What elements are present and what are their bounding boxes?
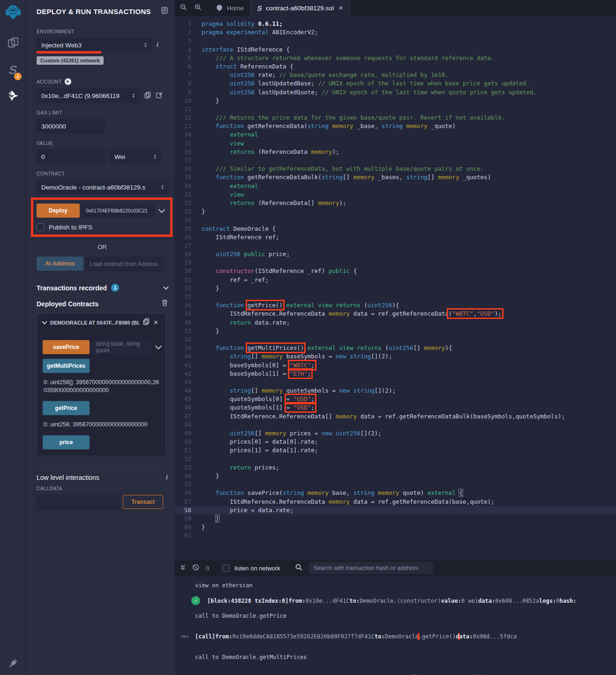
code-line: 35 IStdReference.ReferenceData memory da… <box>174 310 616 318</box>
code-line: 40 string[] memory baseSymbols = new str… <box>174 352 616 361</box>
publish-ipfs-checkbox[interactable] <box>37 223 44 231</box>
edit-account-icon[interactable] <box>156 91 163 100</box>
saveprice-args-input[interactable]: string base, string quote <box>91 340 152 354</box>
code-text: uint256 rate; // base/quote exchange rat… <box>202 71 616 79</box>
chevron-down-icon[interactable] <box>155 343 162 349</box>
transactions-recorded-row[interactable]: Transactions recorded 1 <box>37 284 168 292</box>
line-number: 21 <box>174 190 202 199</box>
code-text: IStdReference.ReferenceData memory data … <box>202 498 616 506</box>
or-divider: OR <box>37 243 168 250</box>
saveprice-button[interactable]: savePrice <box>43 340 90 354</box>
line-number: 47 <box>174 412 202 421</box>
unit-select[interactable]: Wei ▲▼ <box>110 149 161 164</box>
contract-section: CONTRACT DemoOracle - contract-a60bf3812… <box>37 171 168 195</box>
account-select[interactable]: 0x10e...dF41C (9.96066119 ▲▼ <box>37 88 140 103</box>
code-line: 16 returns (ReferenceData memory); <box>174 148 616 156</box>
plugin-manager-icon[interactable] <box>0 658 26 668</box>
deploy-button[interactable]: Deploy <box>37 204 80 218</box>
code-text: external <box>202 182 616 190</box>
expand-terminal-icon[interactable] <box>180 564 186 572</box>
chevron-down-icon[interactable] <box>163 284 168 289</box>
close-tab-icon[interactable]: ✕ <box>338 5 343 11</box>
value-input[interactable]: 0 <box>37 149 105 164</box>
line-number: 8 <box>174 79 202 88</box>
deploy-run-icon[interactable] <box>7 90 19 104</box>
calldata-input[interactable] <box>37 495 120 510</box>
code-line: 11 <box>174 105 616 114</box>
code-line: 43 <box>174 378 616 387</box>
line-number: 28 <box>174 250 202 258</box>
low-level-info-icon[interactable]: i <box>166 474 168 481</box>
zoom-in-icon[interactable] <box>195 4 202 13</box>
code-line: 58 price = data.rate; <box>174 506 616 515</box>
code-line: 61 <box>174 531 616 540</box>
line-number: 36 <box>174 319 202 327</box>
red-box-annotation: getPrice() <box>422 633 456 640</box>
code-text: function getReferenceData(string memory … <box>202 122 616 130</box>
unit-value: Wei <box>114 153 125 160</box>
line-number: 25 <box>174 225 202 233</box>
line-number: 48 <box>174 421 202 429</box>
code-text: quoteSymbols[1] = "USD"; <box>202 403 616 412</box>
chevron-down-icon[interactable] <box>158 206 165 213</box>
trash-icon[interactable] <box>162 299 168 308</box>
tab-home[interactable]: Home <box>209 0 250 16</box>
getmultiprices-button[interactable]: getMultiPrices <box>43 359 90 373</box>
code-text: function getReferenceDataBulk(string[] m… <box>202 173 616 182</box>
clear-terminal-icon[interactable] <box>192 564 199 573</box>
terminal-search-input[interactable] <box>309 562 434 574</box>
code-text: } <box>202 472 616 480</box>
add-account-icon[interactable]: + <box>65 78 71 85</box>
deploy-address-input[interactable]: 0x61704EFB8b8120c03C21 <box>81 204 155 218</box>
line-number: 7 <box>174 71 202 79</box>
price-button[interactable]: price <box>43 435 90 449</box>
code-text: struct ReferenceData { <box>202 62 616 71</box>
chevron-down-icon[interactable] <box>42 319 47 324</box>
code-line: 29 <box>174 258 616 267</box>
contract-select[interactable]: DemoOracle - contract-a60bf38129.s ▲▼ <box>37 180 169 195</box>
call-badge: CALL <box>181 635 195 638</box>
at-address-placeholder: Load contract from Address <box>90 261 158 267</box>
getprice-button[interactable]: getPrice <box>43 401 90 415</box>
line-number: 15 <box>174 139 202 148</box>
file-explorer-icon[interactable] <box>7 37 19 51</box>
line-number: 2 <box>174 28 202 37</box>
saveprice-args-placeholder: string base, string quote <box>96 341 147 354</box>
gas-limit-input[interactable]: 3000000 <box>37 119 105 134</box>
environment-select[interactable]: Injected Web3 ▲▼ <box>37 38 152 53</box>
line-number: 13 <box>174 122 202 130</box>
code-line: 12 /// Returns the price data for the gi… <box>174 114 616 122</box>
transact-button[interactable]: Transact <box>123 495 163 509</box>
transactions-count-badge: 1 <box>111 284 119 292</box>
doc-link-icon[interactable] <box>161 7 168 16</box>
code-text: uint256[] memory prices = new uint256[](… <box>202 429 616 438</box>
at-address-input[interactable]: Load contract from Address <box>85 257 164 272</box>
code-text: baseSymbols[1] = "ETH"; <box>202 370 616 378</box>
close-icon[interactable]: ✕ <box>153 319 158 326</box>
environment-info-icon[interactable]: i <box>157 41 158 49</box>
copy-account-icon[interactable] <box>144 91 151 100</box>
line-number: 50 <box>174 438 202 446</box>
code-editor[interactable]: 1pragma solidity 0.6.11;2pragma experime… <box>174 16 616 560</box>
listen-network-checkbox[interactable] <box>222 564 230 572</box>
code-line: 42 baseSymbols[1] = "ETH"; <box>174 370 616 378</box>
line-number: 44 <box>174 387 202 395</box>
terminal: 0 listen on network view on etherscan✓[b… <box>174 560 616 675</box>
remix-logo-icon[interactable] <box>4 4 22 24</box>
code-line: 45 quoteSymbols[0] = "USD"; <box>174 395 616 403</box>
zoom-out-icon[interactable] <box>180 4 187 13</box>
terminal-header: 0 listen on network <box>174 560 616 576</box>
terminal-log[interactable]: view on etherscan✓[block:438228 txIndex:… <box>174 576 616 675</box>
getmultiprices-result: 0: uint256[]: 39567000000000000000000,26… <box>44 379 161 394</box>
line-number: 59 <box>174 515 202 523</box>
code-text: return data.rate; <box>202 319 616 327</box>
line-number: 29 <box>174 258 202 267</box>
at-address-button[interactable]: At Address <box>37 257 83 271</box>
tab-contract-file[interactable]: S contract-a60bf38129.sol ✕ <box>250 0 350 16</box>
code-line: 24 <box>174 216 616 224</box>
solidity-compiler-icon[interactable]: S 1 <box>9 63 17 77</box>
code-text: pragma solidity 0.6.11; <box>202 20 616 28</box>
code-text: quoteSymbols[0] = "USD"; <box>202 395 616 403</box>
code-text: } <box>202 327 616 335</box>
copy-address-icon[interactable] <box>143 318 150 327</box>
